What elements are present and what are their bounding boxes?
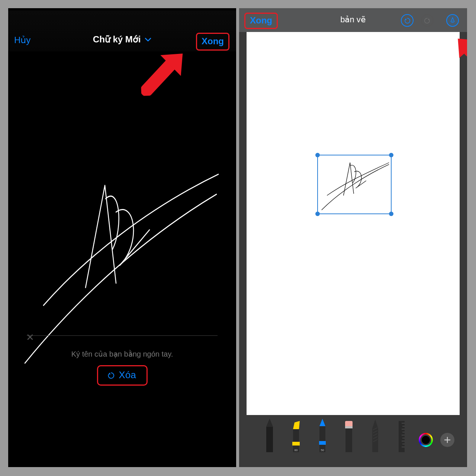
- signature-header: Hủy Chữ ký Mới Xong: [8, 10, 236, 51]
- signature-editor-pane: Hủy Chữ ký Mới Xong ✕ Ký tên của bạn bằn…: [8, 8, 236, 467]
- svg-rect-3: [345, 428, 352, 452]
- signature-baseline: [27, 335, 218, 336]
- plus-icon: [444, 436, 451, 444]
- selection-handle[interactable]: [315, 153, 320, 157]
- clear-button[interactable]: Xóa: [97, 365, 147, 386]
- markup-toggle-button[interactable]: [446, 14, 459, 27]
- pen-tip-icon: [449, 17, 456, 24]
- eraser-tool[interactable]: [341, 419, 357, 452]
- selection-handle[interactable]: [389, 153, 393, 157]
- markup-canvas[interactable]: [247, 32, 460, 415]
- svg-rect-1: [292, 442, 300, 446]
- add-tool-button[interactable]: [440, 433, 454, 447]
- selection-handle[interactable]: [389, 212, 393, 216]
- svg-rect-6: [399, 421, 405, 452]
- svg-point-0: [452, 20, 453, 21]
- done-button[interactable]: Xong: [196, 33, 229, 51]
- clear-button-label: Xóa: [119, 369, 136, 381]
- annotation-arrow-icon: [454, 34, 467, 80]
- marker-tool[interactable]: 80: [288, 419, 304, 452]
- markup-pane: Xong bản vẽ: [239, 8, 467, 467]
- svg-rect-2: [319, 441, 326, 445]
- tool-opacity-label: 80: [295, 448, 298, 452]
- undo-icon: [107, 371, 115, 379]
- redo-button[interactable]: [421, 14, 434, 27]
- undo-button[interactable]: [401, 14, 414, 27]
- ruler-tool[interactable]: [393, 419, 410, 452]
- annotation-arrow-icon: [140, 50, 186, 96]
- pen-tool[interactable]: [261, 419, 278, 452]
- selection-box[interactable]: [317, 155, 392, 214]
- redo-icon: [424, 17, 431, 24]
- pencil-tool[interactable]: 50: [314, 419, 331, 452]
- signature-title-label: Chữ ký Mới: [93, 34, 141, 44]
- markup-header: Xong bản vẽ: [239, 8, 467, 32]
- selection-handle[interactable]: [315, 212, 320, 216]
- close-mark-icon: ✕: [26, 332, 34, 343]
- color-picker-button[interactable]: [419, 433, 433, 447]
- tool-opacity-label: 50: [321, 448, 324, 452]
- svg-rect-5: [345, 426, 353, 428]
- crayon-tool[interactable]: [367, 419, 383, 452]
- current-color-swatch: [420, 434, 431, 446]
- signature-hint: Ký tên của bạn bằng ngón tay.: [8, 350, 236, 358]
- undo-icon: [403, 17, 411, 24]
- drawing-toolbar: 80 50: [239, 415, 467, 467]
- chevron-down-icon: [145, 36, 151, 44]
